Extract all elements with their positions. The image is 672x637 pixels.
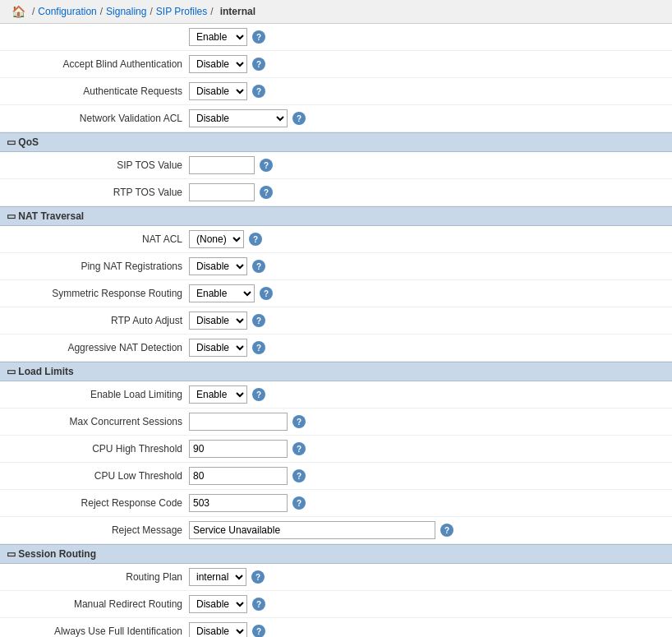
qos-section-label: QoS [18,136,39,148]
ping-nat-controls: Enable Disable ? [189,257,265,275]
routing-plan-row: Routing Plan internal ? [0,564,672,591]
breadcrumb-signaling[interactable]: Signaling [106,6,146,17]
ping-nat-select[interactable]: Enable Disable [189,257,247,275]
rtp-tos-value-label: RTP TOS Value [8,187,189,198]
cpu-low-threshold-help-icon[interactable]: ? [292,469,306,482]
reject-response-code-input[interactable] [189,494,288,512]
symmetric-response-help-icon[interactable]: ? [260,287,273,300]
manual-redirect-row: Manual Redirect Routing Enable Disable ? [0,591,672,618]
qos-toggle-icon[interactable]: ▭ [7,136,18,148]
accept-blind-auth-help-icon[interactable]: ? [252,58,265,71]
breadcrumb-current: internal [220,6,255,17]
manual-redirect-label: Manual Redirect Routing [8,598,189,610]
enable-load-limiting-select[interactable]: Enable Disable [189,385,247,404]
nat-acl-row: NAT ACL (None) ? [0,226,672,253]
load-limits-section-label: Load Limits [18,366,73,377]
aggressive-nat-select[interactable]: Enable Disable [189,339,247,357]
reject-message-controls: ? [189,521,453,539]
breadcrumb-sip-profiles[interactable]: SIP Profiles [156,6,207,17]
top-partial-select[interactable]: Enable Disable [189,28,247,46]
reject-response-code-row: Reject Response Code ? [0,490,672,517]
accept-blind-auth-select[interactable]: Enable Disable [189,55,247,73]
cpu-low-threshold-label: CPU Low Threshold [8,470,189,482]
rtp-auto-adjust-label: RTP Auto Adjust [8,315,189,326]
cpu-high-threshold-row: CPU High Threshold ? [0,436,672,463]
home-icon[interactable]: 🏠 [12,5,25,18]
manual-redirect-help-icon[interactable]: ? [252,598,265,611]
always-use-full-id-select[interactable]: Enable Disable [189,622,247,637]
max-concurrent-sessions-input[interactable] [189,413,288,431]
rtp-auto-adjust-row: RTP Auto Adjust Enable Disable ? [0,307,672,335]
always-use-full-id-controls: Enable Disable ? [189,622,265,637]
cpu-low-threshold-input[interactable] [189,467,288,485]
sip-tos-value-input[interactable] [189,156,255,174]
reject-message-help-icon[interactable]: ? [440,524,453,537]
session-routing-section-header: ▭ Session Routing [0,544,672,564]
breadcrumb-separator: / [210,6,213,17]
max-concurrent-sessions-help-icon[interactable]: ? [292,415,306,428]
nat-toggle-icon[interactable]: ▭ [7,210,18,222]
aggressive-nat-row: Aggressive NAT Detection Enable Disable … [0,335,672,362]
enable-load-limiting-help-icon[interactable]: ? [252,388,265,401]
reject-response-code-help-icon[interactable]: ? [292,496,306,510]
aggressive-nat-label: Aggressive NAT Detection [8,342,189,353]
breadcrumb: 🏠 / Configuration / Signaling / SIP Prof… [0,0,672,24]
nat-acl-select[interactable]: (None) [189,230,244,248]
cpu-high-threshold-controls: ? [189,440,306,458]
nat-section-header: ▭ NAT Traversal [0,206,672,226]
authenticate-requests-select[interactable]: Enable Disable [189,82,247,100]
cpu-high-threshold-help-icon[interactable]: ? [292,442,306,455]
symmetric-response-select[interactable]: Enable Disable [189,284,255,302]
routing-plan-select[interactable]: internal [189,568,246,586]
rtp-tos-help-icon[interactable]: ? [260,186,273,199]
enable-load-limiting-label: Enable Load Limiting [8,389,189,400]
manual-redirect-select[interactable]: Enable Disable [189,595,247,613]
rtp-auto-adjust-controls: Enable Disable ? [189,312,265,330]
breadcrumb-separator: / [150,6,152,17]
session-routing-toggle-icon[interactable]: ▭ [7,548,18,560]
enable-load-limiting-controls: Enable Disable ? [189,385,265,404]
top-partial-help-icon[interactable]: ? [252,30,265,44]
authenticate-requests-help-icon[interactable]: ? [252,85,265,98]
enable-load-limiting-row: Enable Load Limiting Enable Disable ? [0,381,672,409]
accept-blind-auth-label: Accept Blind Authentication [8,58,189,70]
authenticate-requests-label: Authenticate Requests [8,85,189,97]
ping-nat-row: Ping NAT Registrations Enable Disable ? [0,253,672,280]
breadcrumb-configuration[interactable]: Configuration [38,6,96,17]
network-validation-acl-label: Network Validation ACL [8,113,189,124]
nat-acl-label: NAT ACL [8,233,189,245]
rtp-auto-adjust-help-icon[interactable]: ? [252,314,265,327]
rtp-tos-value-row: RTP TOS Value ? [0,179,672,206]
aggressive-nat-controls: Enable Disable ? [189,339,265,357]
ping-nat-help-icon[interactable]: ? [252,260,265,273]
routing-plan-help-icon[interactable]: ? [251,570,265,584]
aggressive-nat-help-icon[interactable]: ? [252,341,265,354]
accept-blind-auth-row: Accept Blind Authentication Enable Disab… [0,51,672,78]
rtp-tos-value-input[interactable] [189,183,255,201]
reject-response-code-label: Reject Response Code [8,497,189,509]
symmetric-response-controls: Enable Disable ? [189,284,273,302]
sip-tos-help-icon[interactable]: ? [260,159,273,172]
rtp-auto-adjust-select[interactable]: Enable Disable [189,312,247,330]
always-use-full-id-help-icon[interactable]: ? [252,625,265,637]
load-limits-toggle-icon[interactable]: ▭ [7,366,18,377]
reject-message-input[interactable] [189,521,435,539]
network-validation-acl-controls: Enable Disable ? [189,109,306,127]
qos-section-header: ▭ QoS [0,132,672,152]
breadcrumb-separator: / [32,6,35,17]
network-validation-acl-select[interactable]: Enable Disable [189,109,288,127]
max-concurrent-sessions-row: Max Concurrent Sessions ? [0,409,672,436]
nat-section-label: NAT Traversal [18,210,84,222]
rtp-tos-value-controls: ? [189,183,273,201]
nat-acl-controls: (None) ? [189,230,262,248]
max-concurrent-sessions-controls: ? [189,413,306,431]
network-validation-acl-help-icon[interactable]: ? [292,112,306,125]
cpu-high-threshold-label: CPU High Threshold [8,443,189,455]
authenticate-requests-controls: Enable Disable ? [189,82,265,100]
load-limits-section-header: ▭ Load Limits [0,362,672,381]
nat-acl-help-icon[interactable]: ? [249,233,262,246]
cpu-high-threshold-input[interactable] [189,440,288,458]
manual-redirect-controls: Enable Disable ? [189,595,265,613]
top-partial-controls: Enable Disable ? [189,28,265,46]
cpu-low-threshold-row: CPU Low Threshold ? [0,463,672,490]
